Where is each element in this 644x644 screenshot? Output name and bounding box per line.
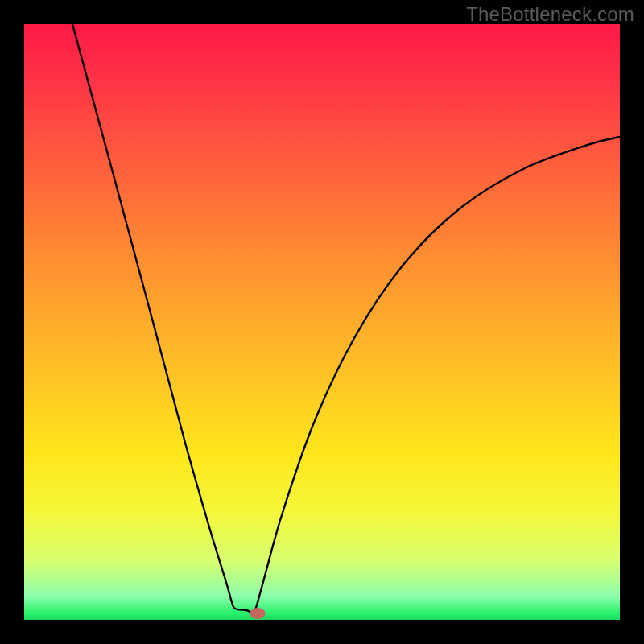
minimum-marker — [250, 608, 266, 619]
curve-path — [72, 24, 620, 613]
plot-area — [24, 24, 620, 620]
chart-frame: TheBottleneck.com — [0, 0, 644, 644]
bottleneck-curve — [24, 24, 620, 620]
watermark-text: TheBottleneck.com — [466, 3, 634, 26]
